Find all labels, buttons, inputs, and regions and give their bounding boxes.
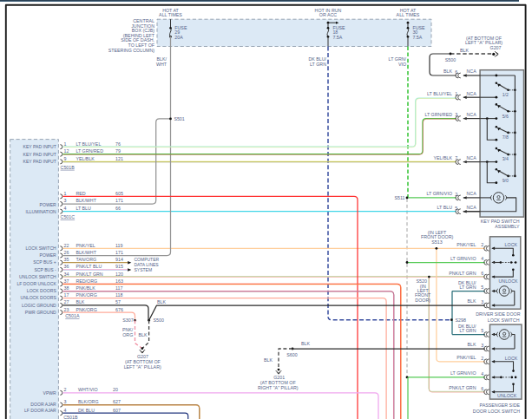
svg-text:STEERING COLUMN): STEERING COLUMN) [108,48,155,53]
svg-text:S298: S298 [456,318,466,323]
svg-text:120: 120 [115,272,123,277]
svg-text:6: 6 [455,69,457,75]
svg-text:SCP BUS +: SCP BUS + [33,259,56,265]
svg-text:BLK: BLK [76,299,84,304]
svg-text:PWR GROUND: PWR GROUND [25,310,56,315]
svg-text:3: 3 [64,198,67,203]
svg-text:3: 3 [481,343,483,348]
svg-text:PNK/LT GRN: PNK/LT GRN [449,271,476,276]
svg-text:PNK/ORG: PNK/ORG [76,292,96,298]
svg-text:7/8: 7/8 [502,134,509,140]
svg-text:PNK/YEL: PNK/YEL [76,243,95,248]
svg-text:C501C: C501C [61,214,76,219]
svg-text:S500: S500 [154,318,164,323]
svg-text:914: 914 [115,257,123,262]
svg-text:1: 1 [64,141,67,147]
svg-text:3: 3 [64,399,67,404]
svg-text:BLK: BLK [467,342,476,347]
svg-text:LT GRN: LT GRN [310,62,326,67]
svg-text:S513: S513 [431,239,442,245]
svg-text:KEY PAD INPUT: KEY PAD INPUT [23,144,56,149]
svg-text:171: 171 [115,198,123,203]
svg-text:S307: S307 [122,318,133,323]
svg-text:1/2: 1/2 [502,92,509,97]
svg-text:2: 2 [455,192,457,197]
svg-text:27: 27 [64,299,69,304]
svg-text:WHT: WHT [156,62,167,67]
svg-text:BLK/ORG: BLK/ORG [78,399,99,404]
svg-text:37: 37 [64,278,69,284]
svg-text:23: 23 [64,307,69,312]
svg-text:3: 3 [481,299,483,304]
svg-text:17: 17 [64,292,69,298]
svg-text:118: 118 [115,292,122,298]
svg-text:66: 66 [115,206,121,211]
svg-text:DOOR LOCK SWITCH: DOOR LOCK SWITCH [473,409,520,414]
svg-text:BLK/WHT: BLK/WHT [76,250,96,255]
svg-text:LF DOOR AJAR: LF DOOR AJAR [24,408,56,413]
svg-text:1: 1 [64,191,67,196]
svg-text:NCA: NCA [467,155,477,160]
svg-text:UNLOCK DOORS: UNLOCK DOORS [20,295,56,300]
svg-text:2: 2 [481,356,483,361]
svg-text:7: 7 [455,155,457,160]
svg-text:PNK/YEL: PNK/YEL [456,355,476,360]
svg-text:POWER: POWER [40,202,57,207]
svg-text:LT BLU/YEL: LT BLU/YEL [76,141,101,147]
svg-text:VPWR: VPWR [43,390,57,396]
svg-text:SYSTEM: SYSTEM [135,267,153,272]
svg-text:SCP BUS -: SCP BUS - [34,267,56,272]
svg-text:S600: S600 [286,352,297,357]
svg-text:607: 607 [113,408,121,413]
svg-text:BLK/WHT: BLK/WHT [76,198,96,203]
svg-text:RED: RED [76,191,85,196]
svg-text:2: 2 [64,387,67,392]
svg-text:UNLOCK SWITCH: UNLOCK SWITCH [19,274,56,279]
svg-text:S500: S500 [445,57,456,62]
svg-text:PASSENGER SIDE: PASSENGER SIDE [480,403,521,408]
svg-text:NCA: NCA [467,69,477,74]
svg-text:BLK: BLK [460,48,469,53]
svg-text:PNK/ORG: PNK/ORG [76,307,96,312]
svg-text:LOCK DOORS: LOCK DOORS [27,288,57,293]
svg-text:LT GRN/RED: LT GRN/RED [424,112,452,117]
svg-text:RED/ORG: RED/ORG [76,278,97,284]
svg-text:36: 36 [64,264,69,269]
svg-text:7.5A: 7.5A [332,35,342,40]
svg-text:VIO: VIO [398,62,406,67]
svg-text:35: 35 [64,257,69,262]
svg-text:22: 22 [64,243,69,248]
svg-text:171: 171 [115,250,123,255]
svg-text:DK BLU: DK BLU [78,408,95,413]
svg-text:PNK/LT BLU: PNK/LT BLU [76,264,102,269]
svg-text:6: 6 [481,271,483,276]
svg-text:NCA: NCA [467,112,477,117]
svg-text:LT GRN/VIO: LT GRN/VIO [450,370,476,376]
svg-text:DRIVER SIDE DOOR: DRIVER SIDE DOOR [476,311,520,317]
svg-text:PNK/LT GRN: PNK/LT GRN [76,272,102,277]
svg-text:3/4: 3/4 [502,156,509,161]
svg-text:ALL TIMES: ALL TIMES [159,12,182,17]
svg-text:TAN/ORG: TAN/ORG [76,257,96,262]
svg-text:WHT/VIO: WHT/VIO [78,387,98,392]
svg-text:LOGIC GROUND: LOGIC GROUND [22,303,56,308]
svg-text:4: 4 [481,256,483,261]
svg-text:KEY PAD SWITCH: KEY PAD SWITCH [481,219,520,224]
svg-text:LT BLU: LT BLU [76,206,91,211]
svg-text:38: 38 [64,285,69,291]
svg-text:LT BLU: LT BLU [437,205,453,210]
svg-text:LT GRN/RED: LT GRN/RED [76,148,103,154]
svg-text:163: 163 [115,278,123,284]
svg-text:ASSEMBLY: ASSEMBLY [495,224,520,229]
svg-text:PNK/BLK: PNK/BLK [76,285,95,291]
svg-text:5: 5 [455,206,457,211]
svg-text:LT GRN/VIO: LT GRN/VIO [450,256,476,261]
svg-text:BLK: BLK [443,69,452,74]
svg-text:79: 79 [115,148,121,154]
svg-text:1: 1 [455,91,457,96]
svg-text:YEL/BLK: YEL/BLK [434,155,453,160]
svg-text:9/0: 9/0 [502,178,509,183]
svg-text:BLK: BLK [264,357,273,363]
svg-text:5: 5 [481,285,483,290]
svg-text:PNK/: PNK/ [122,327,134,332]
